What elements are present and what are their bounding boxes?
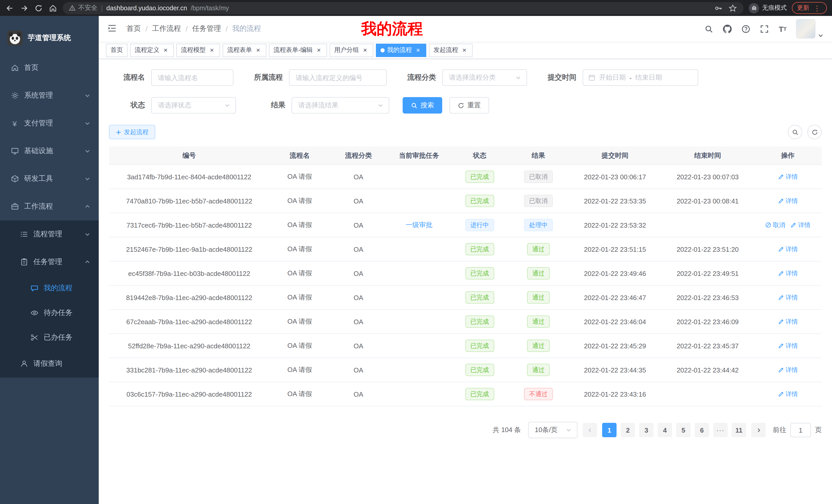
sidebar-item-devtools[interactable]: 研发工具 xyxy=(0,165,99,193)
cell-category: OA xyxy=(330,245,387,253)
font-size-icon[interactable]: TT xyxy=(778,24,788,34)
tab-0[interactable]: 首页 xyxy=(106,44,128,57)
detail-action-link[interactable]: 详情 xyxy=(778,197,798,205)
table-row: 7317cec6-7b9b-11ec-b5b7-acde48001122 OA … xyxy=(109,213,822,237)
tab-close-icon[interactable]: × xyxy=(162,47,169,54)
sidebar-toggle-icon[interactable] xyxy=(107,23,118,34)
page-button-2[interactable]: 2 xyxy=(621,423,635,437)
sidebar-item-process-management[interactable]: 流程管理 xyxy=(0,220,99,248)
tab-bar: 首页流程定义×流程模型×流程表单×流程表单-编辑×用户分组×我的流程×发起流程× xyxy=(99,41,832,59)
tab-4[interactable]: 流程表单-编辑× xyxy=(269,44,327,57)
status-select[interactable]: 请选择状态 xyxy=(151,97,236,114)
cell-process-id: 52ffd28e-7b9a-11ec-a290-acde48001122 xyxy=(109,342,269,349)
goto-page-input[interactable] xyxy=(790,423,811,437)
bookmark-star-icon[interactable] xyxy=(728,3,737,12)
tab-close-icon[interactable]: × xyxy=(315,47,322,54)
process-def-input[interactable] xyxy=(289,69,387,86)
table-search-toggle-button[interactable] xyxy=(788,125,802,139)
tab-7[interactable]: 发起流程× xyxy=(429,44,473,57)
prev-page-button[interactable] xyxy=(582,423,597,437)
sidebar-item-system[interactable]: 系统管理 xyxy=(0,82,99,109)
breadcrumb-item[interactable]: 首页 xyxy=(127,24,141,33)
browser-update-button[interactable]: 更新 ⋮ xyxy=(792,2,827,14)
reset-button[interactable]: 重置 xyxy=(449,97,489,114)
tab-close-icon[interactable]: × xyxy=(414,47,422,54)
create-process-button[interactable]: 发起流程 xyxy=(109,125,155,139)
page-button-5[interactable]: 5 xyxy=(676,423,691,437)
sidebar-item-task-management[interactable]: 任务管理 xyxy=(0,248,99,276)
password-key-icon[interactable] xyxy=(714,3,723,12)
category-select[interactable]: 请选择流程分类 xyxy=(442,69,527,86)
result-badge: 已取消 xyxy=(524,195,553,207)
page-size-select[interactable]: 10条/页 xyxy=(528,422,577,438)
browser-back-icon[interactable] xyxy=(5,3,15,12)
page-button-4[interactable]: 4 xyxy=(658,423,672,437)
process-name-input[interactable] xyxy=(151,69,233,86)
detail-action-link[interactable]: 详情 xyxy=(778,245,798,254)
page-button-6[interactable]: 6 xyxy=(695,423,709,437)
tab-close-icon[interactable]: × xyxy=(255,47,262,54)
sidebar-item-label: 基础设施 xyxy=(24,146,79,156)
fullscreen-icon[interactable] xyxy=(759,24,769,34)
chevron-down-icon xyxy=(515,75,521,81)
cell-submit-time: 2022-01-22 23:46:47 xyxy=(569,293,661,301)
browser-home-icon[interactable] xyxy=(48,3,58,12)
tab-close-icon[interactable]: × xyxy=(208,47,215,54)
cell-process-name: OA 请假 xyxy=(269,269,330,278)
column-header-name: 流程名 xyxy=(269,151,330,160)
breadcrumb-item[interactable]: 工作流程 xyxy=(152,24,181,33)
detail-action-link[interactable]: 详情 xyxy=(790,221,810,229)
page-button-3[interactable]: 3 xyxy=(639,423,654,437)
cell-submit-time: 2022-01-22 23:49:46 xyxy=(569,270,661,277)
detail-action-link[interactable]: 详情 xyxy=(778,341,798,350)
tab-5[interactable]: 用户分组× xyxy=(330,44,373,57)
page-button-1[interactable]: 1 xyxy=(602,423,617,437)
page-button-11[interactable]: 11 xyxy=(732,423,746,437)
tab-close-icon[interactable]: × xyxy=(461,47,468,54)
cancel-action-link[interactable]: 取消 xyxy=(765,221,785,229)
result-select[interactable]: 请选择流结果 xyxy=(291,97,389,114)
browser-menu-kebab-icon[interactable]: ⋮ xyxy=(812,4,822,12)
sidebar-item-home[interactable]: 首页 xyxy=(0,54,99,82)
sidebar-item-my-process[interactable]: 我的流程 xyxy=(0,276,99,301)
browser-forward-icon[interactable] xyxy=(20,3,29,12)
table-refresh-button[interactable] xyxy=(807,125,822,139)
current-task-link[interactable]: 一级审批 xyxy=(406,220,433,230)
tab-2[interactable]: 流程模型× xyxy=(176,44,220,57)
detail-action-link[interactable]: 详情 xyxy=(778,293,798,302)
search-icon[interactable] xyxy=(703,24,714,34)
tab-close-icon[interactable]: × xyxy=(362,47,369,54)
sidebar-item-workflow[interactable]: 工作流程 xyxy=(0,193,99,220)
sidebar-item-leave-query[interactable]: 请假查询 xyxy=(0,350,99,377)
result-badge: 不通过 xyxy=(524,388,553,400)
sidebar-item-infrastructure[interactable]: 基础设施 xyxy=(0,137,99,165)
detail-action-link[interactable]: 详情 xyxy=(778,269,798,278)
security-warning[interactable]: 不安全 xyxy=(69,4,98,12)
tab-1[interactable]: 流程定义× xyxy=(130,44,174,57)
detail-action-link[interactable]: 详情 xyxy=(778,390,798,398)
top-navbar: 首页 / 工作流程 / 任务管理 / 我的流程 我的流程 TT xyxy=(99,16,832,41)
refresh-icon xyxy=(458,102,464,109)
help-icon[interactable] xyxy=(740,24,751,34)
browser-reload-icon[interactable] xyxy=(34,3,43,12)
breadcrumb-item[interactable]: 任务管理 xyxy=(192,24,221,33)
tab-6[interactable]: 我的流程× xyxy=(376,44,426,57)
sidebar-item-done-tasks[interactable]: 已办任务 xyxy=(0,325,99,350)
github-icon[interactable] xyxy=(722,24,732,34)
submit-time-range-picker[interactable]: 开始日期 - 结束日期 xyxy=(582,69,698,86)
sidebar-item-todo-tasks[interactable]: 待办任务 xyxy=(0,301,99,325)
detail-action-link[interactable]: 详情 xyxy=(778,172,798,181)
tab-3[interactable]: 流程表单× xyxy=(223,44,266,57)
address-bar[interactable]: 不安全 | dashboard.yudao.iocoder.cn/bpm/tas… xyxy=(63,2,744,14)
avatar[interactable] xyxy=(796,19,815,38)
search-button[interactable]: 搜索 xyxy=(402,97,442,114)
table-row: 331bc281-7b9a-11ec-a290-acde48001122 OA … xyxy=(109,358,822,382)
pagination-more[interactable]: ··· xyxy=(713,423,728,437)
next-page-button[interactable] xyxy=(751,423,766,437)
user-menu[interactable] xyxy=(796,19,824,38)
edit-icon xyxy=(790,222,797,228)
detail-action-link[interactable]: 详情 xyxy=(778,366,798,374)
sidebar-item-payment[interactable]: ¥ 支付管理 xyxy=(0,109,99,137)
sidebar-item-label: 系统管理 xyxy=(24,91,79,100)
detail-action-link[interactable]: 详情 xyxy=(778,317,798,326)
